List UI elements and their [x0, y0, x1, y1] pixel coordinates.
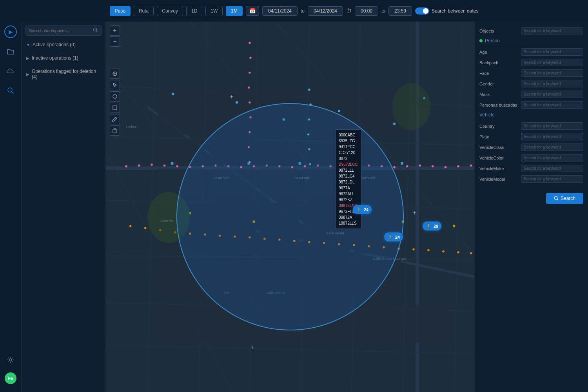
face-input[interactable] — [521, 69, 583, 77]
time-to-input[interactable] — [388, 6, 412, 16]
active-ops-header[interactable]: ▼ Active operations (0) — [25, 40, 102, 49]
tab-convoy[interactable]: Convoy — [157, 6, 183, 16]
backpack-input[interactable] — [521, 59, 583, 66]
date-to-input[interactable] — [308, 6, 343, 16]
country-input[interactable] — [521, 122, 583, 130]
svg-point-152 — [113, 94, 117, 98]
flagged-ops-section: ▶ Operations flagged for deletion (4) — [25, 67, 102, 81]
map-tool-edit[interactable] — [110, 114, 120, 124]
svg-rect-30 — [260, 87, 299, 134]
svg-point-129 — [252, 220, 255, 223]
mask-input[interactable] — [521, 91, 583, 98]
tab-ruta[interactable]: Ruta — [134, 6, 154, 16]
search-btn-icon — [554, 196, 559, 201]
svg-rect-135 — [299, 162, 301, 165]
flagged-ops-header[interactable]: ▶ Operations flagged for deletion (4) — [25, 67, 102, 81]
zoom-in-button[interactable]: + — [110, 25, 120, 36]
svg-point-66 — [266, 164, 268, 166]
workspace-search-box — [25, 25, 102, 36]
user-avatar[interactable]: FE — [5, 372, 16, 384]
inactive-ops-header[interactable]: ▶ Inactive operations (1) — [25, 54, 102, 62]
country-row: Country — [479, 121, 583, 131]
svg-point-89 — [219, 235, 221, 237]
svg-rect-54 — [405, 305, 448, 343]
tab-1m[interactable]: 1M — [226, 6, 243, 16]
svg-point-84 — [144, 227, 146, 229]
svg-point-88 — [204, 233, 206, 235]
svg-rect-49 — [158, 305, 205, 343]
svg-rect-40 — [209, 203, 256, 254]
cluster-marker-29[interactable]: 29 — [423, 221, 441, 230]
svg-point-132 — [453, 225, 456, 227]
svg-point-113 — [249, 131, 250, 133]
cluster-marker-24a[interactable]: 24 — [353, 205, 372, 214]
svg-point-63 — [227, 165, 229, 167]
map-tool-polygon[interactable] — [110, 103, 120, 113]
face-row: Face — [479, 68, 583, 78]
svg-point-125 — [338, 110, 341, 113]
plate-item: 18872LLS — [339, 220, 358, 226]
svg-rect-153 — [113, 106, 117, 110]
svg-line-1 — [12, 92, 14, 94]
calendar-icon[interactable]: 📅 — [246, 6, 259, 16]
gender-input[interactable] — [521, 80, 583, 87]
gender-label: Gender — [479, 82, 519, 86]
svg-rect-51 — [260, 305, 299, 343]
date-to-label: to — [301, 8, 305, 14]
svg-point-111 — [249, 102, 250, 103]
tab-paso[interactable]: Paso — [110, 6, 131, 16]
svg-point-87 — [189, 232, 191, 234]
objects-label: Objects — [479, 29, 519, 33]
svg-point-82 — [470, 164, 472, 166]
search-button[interactable]: Search — [546, 193, 583, 204]
svg-point-106 — [470, 252, 472, 254]
map-container[interactable]: Gran Via Gran Via Gran Via Callao Gran V… — [106, 22, 474, 392]
search-between-dates-toggle[interactable] — [415, 7, 429, 15]
svg-point-79 — [432, 165, 434, 167]
backpack-row: Backpack — [479, 57, 583, 68]
vehicle-model-input[interactable] — [521, 175, 583, 183]
cluster-marker-24b[interactable]: 24 — [384, 232, 403, 241]
tab-1w[interactable]: 1W — [205, 6, 223, 16]
svg-text:Calle Alcalá: Calle Alcalá — [326, 231, 344, 235]
search-nav-icon[interactable] — [4, 84, 17, 97]
tab-1d[interactable]: 1D — [186, 6, 202, 16]
plate-item: 9872LLL — [339, 167, 358, 173]
objects-row: Objects — [479, 25, 583, 36]
plate-input[interactable] — [521, 133, 583, 140]
folder-icon[interactable] — [4, 45, 17, 58]
svg-point-117 — [309, 103, 311, 105]
svg-point-110 — [248, 87, 250, 89]
objects-input[interactable] — [521, 27, 583, 34]
play-icon[interactable]: ▶ — [4, 25, 17, 38]
cloud-icon[interactable] — [4, 65, 17, 77]
svg-rect-47 — [303, 258, 350, 301]
svg-point-59 — [176, 165, 178, 167]
map-tool-cursor[interactable] — [110, 80, 120, 90]
map-tool-delete[interactable] — [110, 125, 120, 136]
age-input[interactable] — [521, 48, 583, 56]
vehicle-make-input[interactable] — [521, 165, 583, 172]
svg-line-159 — [557, 199, 558, 200]
svg-point-65 — [253, 165, 255, 167]
settings-icon[interactable] — [4, 354, 17, 366]
workspace-search-input[interactable] — [29, 28, 91, 33]
plate-item: 39872A — [339, 214, 358, 220]
vehicle-color-input[interactable] — [521, 154, 583, 162]
svg-rect-31 — [158, 139, 205, 164]
svg-rect-45 — [209, 258, 256, 301]
date-from-input[interactable] — [262, 6, 298, 16]
time-from-input[interactable] — [355, 6, 378, 16]
zoom-out-button[interactable]: − — [110, 36, 120, 47]
svg-point-68 — [291, 166, 293, 168]
svg-point-102 — [412, 248, 414, 250]
face-label: Face — [479, 71, 519, 76]
svg-point-77 — [406, 165, 408, 167]
personas-input[interactable] — [521, 101, 583, 109]
map-tool-circle[interactable] — [110, 91, 120, 102]
plate-label: Plate — [479, 134, 519, 139]
map-tool-1[interactable] — [110, 69, 120, 79]
time-to-label: to — [381, 8, 385, 14]
svg-point-138 — [147, 192, 190, 243]
vehicle-class-input[interactable] — [521, 143, 583, 151]
